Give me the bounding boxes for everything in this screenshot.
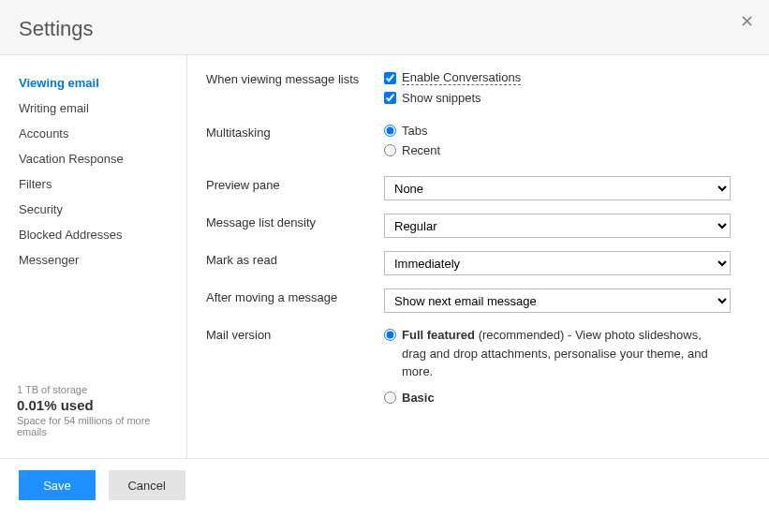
row-viewing-lists: When viewing message lists Enable Conver… xyxy=(206,70,741,111)
select-density[interactable]: Regular xyxy=(384,214,731,238)
sidebar: Viewing email Writing email Accounts Vac… xyxy=(0,55,187,458)
label-mail-version: Mail version xyxy=(206,326,384,342)
checkbox-show-snippets[interactable] xyxy=(384,92,396,104)
row-mail-version: Mail version Full featured (recommended)… xyxy=(206,326,741,410)
label-density: Message list density xyxy=(206,214,384,229)
controls-mail-version: Full featured (recommended) - View photo… xyxy=(384,326,741,410)
sidebar-item-filters[interactable]: Filters xyxy=(0,171,186,197)
label-tabs: Tabs xyxy=(402,124,427,138)
controls-viewing-lists: Enable Conversations Show snippets xyxy=(384,70,741,111)
radio-input-tabs[interactable] xyxy=(384,125,396,137)
radio-input-full-featured[interactable] xyxy=(384,329,396,341)
full-featured-text: Full featured (recommended) - View photo… xyxy=(402,326,721,381)
select-mark-read[interactable]: Immediately xyxy=(384,251,731,275)
sidebar-item-accounts[interactable]: Accounts xyxy=(0,121,186,146)
label-mark-read: Mark as read xyxy=(206,251,384,267)
radio-input-basic[interactable] xyxy=(384,392,396,404)
label-recent: Recent xyxy=(402,143,440,157)
radio-basic[interactable]: Basic xyxy=(384,391,741,405)
settings-dialog: Settings ✕ Viewing email Writing email A… xyxy=(0,0,769,511)
storage-info: 1 TB of storage 0.01% used Space for 54 … xyxy=(0,375,186,449)
save-button[interactable]: Save xyxy=(19,470,96,500)
radio-recent[interactable]: Recent xyxy=(384,143,741,157)
label-enable-conversations: Enable Conversations xyxy=(402,70,521,85)
check-show-snippets[interactable]: Show snippets xyxy=(384,91,741,105)
sidebar-item-writing-email[interactable]: Writing email xyxy=(0,96,186,121)
sidebar-item-blocked[interactable]: Blocked Addresses xyxy=(0,222,186,247)
label-viewing-lists: When viewing message lists xyxy=(206,70,384,86)
content-panel: When viewing message lists Enable Conver… xyxy=(187,55,769,458)
storage-total: 1 TB of storage xyxy=(17,384,170,395)
cancel-button[interactable]: Cancel xyxy=(109,470,185,500)
select-after-move[interactable]: Show next email message xyxy=(384,288,731,313)
radio-tabs[interactable]: Tabs xyxy=(384,124,741,138)
controls-density: Regular xyxy=(384,214,741,238)
label-multitasking: Multitasking xyxy=(206,124,384,140)
radio-full-featured[interactable]: Full featured (recommended) - View photo… xyxy=(384,326,721,381)
row-after-move: After moving a message Show next email m… xyxy=(206,288,741,313)
sidebar-item-viewing-email[interactable]: Viewing email xyxy=(0,70,186,96)
row-preview-pane: Preview pane None xyxy=(206,176,741,200)
close-icon[interactable]: ✕ xyxy=(740,13,754,30)
sidebar-item-security[interactable]: Security xyxy=(0,197,186,222)
dialog-body: Viewing email Writing email Accounts Vac… xyxy=(0,55,769,458)
sidebar-list: Viewing email Writing email Accounts Vac… xyxy=(0,70,186,375)
dialog-footer: Save Cancel xyxy=(0,458,769,511)
checkbox-enable-conversations[interactable] xyxy=(384,72,396,84)
label-preview-pane: Preview pane xyxy=(206,176,384,192)
storage-note: Space for 54 millions of more emails xyxy=(17,415,170,437)
dialog-title: Settings xyxy=(19,17,750,41)
label-show-snippets: Show snippets xyxy=(402,91,481,105)
full-featured-title: Full featured xyxy=(402,328,475,342)
row-mark-read: Mark as read Immediately xyxy=(206,251,741,275)
sidebar-item-vacation[interactable]: Vacation Response xyxy=(0,146,186,171)
label-basic: Basic xyxy=(402,391,435,405)
row-density: Message list density Regular xyxy=(206,214,741,238)
dialog-header: Settings ✕ xyxy=(0,0,769,55)
row-multitasking: Multitasking Tabs Recent xyxy=(206,124,741,163)
select-preview-pane[interactable]: None xyxy=(384,176,731,200)
controls-multitasking: Tabs Recent xyxy=(384,124,741,163)
check-enable-conversations[interactable]: Enable Conversations xyxy=(384,70,741,85)
controls-mark-read: Immediately xyxy=(384,251,741,275)
storage-used: 0.01% used xyxy=(17,397,170,413)
controls-preview-pane: None xyxy=(384,176,741,200)
label-after-move: After moving a message xyxy=(206,288,384,304)
sidebar-item-messenger[interactable]: Messenger xyxy=(0,247,186,273)
radio-input-recent[interactable] xyxy=(384,144,396,156)
controls-after-move: Show next email message xyxy=(384,288,741,313)
